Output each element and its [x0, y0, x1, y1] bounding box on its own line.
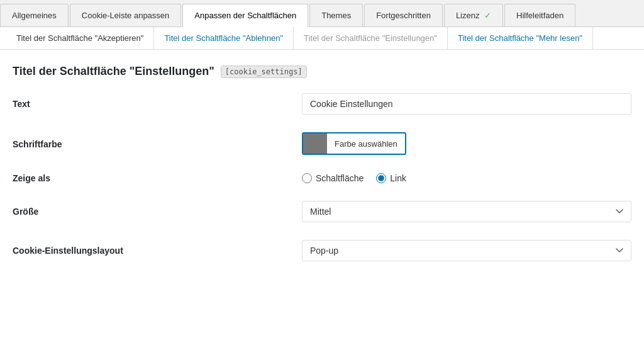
radio-link-label: Link: [390, 173, 406, 183]
radio-link-input[interactable]: [376, 173, 386, 183]
section-title-text: Titel der Schaltfläche "Einstellungen": [13, 65, 214, 78]
radio-schaltflaeche[interactable]: Schaltfläche: [302, 173, 364, 183]
subtab-einstellungen[interactable]: Titel der Schaltfläche "Einstellungen": [294, 27, 448, 49]
layout-label: Cookie-Einstellungslayout: [13, 246, 302, 256]
color-picker-button[interactable]: Farbe auswählen: [302, 132, 406, 155]
subtab-akzeptieren[interactable]: Titel der Schaltfläche "Akzeptieren": [6, 27, 154, 49]
radio-schaltflaeche-input[interactable]: [302, 173, 312, 183]
groesse-select[interactable]: Klein Mittel Groß: [302, 201, 631, 222]
schriftfarbe-control: Farbe auswählen: [302, 132, 631, 156]
layout-select[interactable]: Pop-up Vollbild Seite: [302, 240, 631, 261]
main-content: Titel der Schaltfläche "Einstellungen" […: [0, 50, 644, 294]
subtab-ablehnen[interactable]: Titel der Schaltfläche "Ablehnen": [154, 27, 294, 49]
zeige-als-radio-group: Schaltfläche Link: [302, 173, 631, 183]
subtab-mehr-lesen[interactable]: Titel der Schaltfläche "Mehr lesen": [448, 27, 593, 49]
tab-themes[interactable]: Themes: [309, 4, 363, 26]
schriftfarbe-row: Schriftfarbe Farbe auswählen: [13, 132, 631, 156]
zeige-als-row: Zeige als Schaltfläche Link: [13, 173, 631, 183]
tab-allgemeines[interactable]: Allgemeines: [0, 4, 69, 26]
section-title-row: Titel der Schaltfläche "Einstellungen" […: [13, 65, 631, 78]
zeige-als-control: Schaltfläche Link: [302, 173, 631, 183]
text-control: [302, 93, 631, 115]
groesse-label: Größe: [13, 207, 302, 217]
tab-schaltflaechen[interactable]: Anpassen der Schaltflächen: [182, 4, 308, 27]
section-tag: [cookie_settings]: [221, 65, 307, 78]
groesse-row: Größe Klein Mittel Groß: [13, 201, 631, 222]
color-swatch: [303, 133, 327, 154]
text-label: Text: [13, 99, 302, 109]
zeige-als-label: Zeige als: [13, 173, 302, 183]
radio-link[interactable]: Link: [376, 173, 406, 183]
tab-cookie-leiste[interactable]: Cookie-Leiste anpassen: [70, 4, 181, 26]
tab-hilfe[interactable]: Hilfeleitfaden: [504, 4, 575, 26]
groesse-control: Klein Mittel Groß: [302, 201, 631, 222]
sub-tab-bar: Titel der Schaltfläche "Akzeptieren" Tit…: [0, 27, 644, 50]
check-icon: ✓: [484, 11, 491, 20]
schriftfarbe-label: Schriftfarbe: [13, 139, 302, 149]
layout-control: Pop-up Vollbild Seite: [302, 240, 631, 261]
text-row: Text: [13, 93, 631, 115]
layout-row: Cookie-Einstellungslayout Pop-up Vollbil…: [13, 240, 631, 261]
color-btn-label: Farbe auswählen: [327, 135, 405, 152]
text-input[interactable]: [302, 93, 631, 115]
top-tab-bar: Allgemeines Cookie-Leiste anpassen Anpas…: [0, 0, 644, 27]
radio-schaltflaeche-label: Schaltfläche: [316, 173, 364, 183]
tab-fortgeschritten[interactable]: Fortgeschritten: [364, 4, 443, 26]
tab-lizenz[interactable]: Lizenz ✓: [444, 4, 503, 26]
